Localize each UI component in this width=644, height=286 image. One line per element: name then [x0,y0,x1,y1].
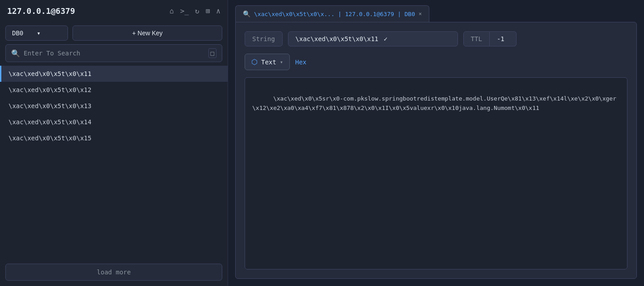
key-label: \xac\xed\x0\x5t\x0\x15 [8,135,91,142]
key-name-select[interactable]: \xac\xed\x0\x5t\x0\x11 ✓ [288,31,458,46]
key-label: \xac\xed\x0\x5t\x0\x11 [8,70,91,77]
search-icon: 🔍 [11,49,20,58]
search-input[interactable] [24,50,205,57]
tab-label: \xac\xed\x0\x5t\x0\x... | 127.0.0.1@6379… [254,11,415,17]
home-icon[interactable]: ⌂ [169,7,174,15]
value-text: \xac\xed\x0\x5sr\x0-com.pkslow.springboo… [252,95,616,111]
header-icons: ⌂ >_ ↻ ⊞ ∧ [169,7,220,15]
key-name-value: \xac\xed\x0\x5t\x0\x11 [296,35,378,42]
new-key-button[interactable]: + New Key [72,25,222,41]
toolbar: DB0 ▾ + New Key [0,22,228,44]
format-icon: ⬡ [251,58,258,66]
db-select-value: DB0 [12,29,23,37]
ttl-value: -1 [490,31,517,46]
list-item[interactable]: \xac\xed\x0\x5t\x0\x11 [0,66,228,82]
tab-bar: 🔍 \xac\xed\x0\x5t\x0\x... | 127.0.0.1@63… [228,0,644,22]
search-bar: 🔍 □ [5,44,222,62]
grid-icon[interactable]: ⊞ [206,7,210,15]
header-bar: 127.0.0.1@6379 ⌂ >_ ↻ ⊞ ∧ [0,0,228,22]
tab-search-icon: 🔍 [243,10,250,17]
left-panel: 127.0.0.1@6379 ⌂ >_ ↻ ⊞ ∧ DB0 ▾ + New Ke… [0,0,228,286]
right-panel: 🔍 \xac\xed\x0\x5t\x0\x... | 127.0.0.1@63… [228,0,644,286]
key-list: \xac\xed\x0\x5t\x0\x11 \xac\xed\x0\x5t\x… [0,66,228,260]
type-badge: String [245,31,283,46]
server-label: 127.0.0.1@6379 [7,6,75,16]
value-toolbar: ⬡ Text ▾ Hex [245,54,627,70]
tab-item[interactable]: 🔍 \xac\xed\x0\x5t\x0\x... | 127.0.0.1@63… [235,5,429,22]
value-content: \xac\xed\x0\x5sr\x0-com.pkslow.springboo… [245,77,627,269]
load-more-button[interactable]: load more [5,264,222,281]
list-item[interactable]: \xac\xed\x0\x5t\x0\x12 [0,82,228,98]
list-item[interactable]: \xac\xed\x0\x5t\x0\x15 [0,130,228,146]
list-item[interactable]: \xac\xed\x0\x5t\x0\x14 [0,114,228,130]
key-label: \xac\xed\x0\x5t\x0\x13 [8,102,91,109]
key-label: \xac\xed\x0\x5t\x0\x12 [8,86,91,93]
terminal-icon[interactable]: >_ [180,7,189,15]
list-item[interactable]: \xac\xed\x0\x5t\x0\x13 [0,98,228,114]
tab-close-button[interactable]: × [419,11,422,17]
chevron-down-icon: ▾ [280,59,283,65]
collapse-icon[interactable]: ∧ [216,7,220,15]
format-label: Text [261,59,276,66]
checkmark-icon: ✓ [384,35,387,42]
refresh-icon[interactable]: ↻ [195,7,199,15]
view-toggle-icon[interactable]: □ [208,48,216,58]
key-label: \xac\xed\x0\x5t\x0\x14 [8,118,91,126]
db-select[interactable]: DB0 ▾ [5,25,68,41]
hex-link[interactable]: Hex [295,59,306,66]
format-select[interactable]: ⬡ Text ▾ [245,54,290,70]
ttl-group: TTL -1 [463,31,517,46]
chevron-down-icon: ▾ [37,29,40,37]
ttl-label: TTL [463,31,490,46]
content-area: String \xac\xed\x0\x5t\x0\x11 ✓ TTL -1 ⬡… [235,22,637,279]
key-info-row: String \xac\xed\x0\x5t\x0\x11 ✓ TTL -1 [245,31,627,46]
